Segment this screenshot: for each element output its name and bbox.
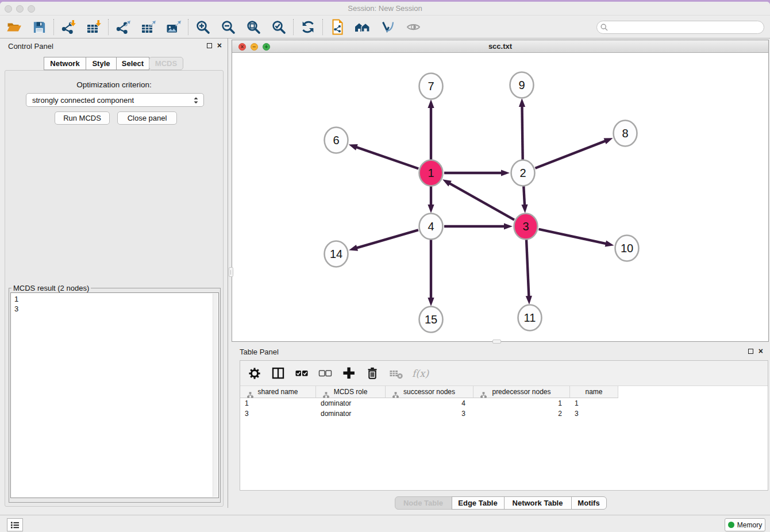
column-header-predecessor-nodes[interactable]: predecessor nodes [473, 386, 570, 398]
open-session-button[interactable] [1, 17, 26, 37]
split-pane-grip-horizontal[interactable] [492, 340, 501, 344]
cell-name[interactable]: 1 [570, 398, 618, 408]
node-6[interactable]: 6 [325, 128, 348, 153]
toolbar-separator [53, 19, 54, 35]
search-input[interactable] [596, 21, 764, 34]
unselect-all-columns-button[interactable] [318, 366, 333, 381]
result-scrollbar[interactable] [213, 294, 218, 497]
node-2[interactable]: 2 [511, 160, 535, 186]
apply-layout-button[interactable] [295, 17, 321, 37]
tab-network-table[interactable]: Network Table [504, 496, 572, 510]
tab-motifs[interactable]: Motifs [571, 496, 607, 510]
add-column-button[interactable] [341, 366, 356, 381]
edge-4-14[interactable] [349, 230, 418, 250]
node-10[interactable]: 10 [615, 236, 639, 261]
column-header-successor-nodes[interactable]: successor nodes [386, 386, 473, 398]
column-header-MCDS-role[interactable]: MCDS role [316, 386, 386, 398]
mcds-result-list[interactable]: 1 3 [10, 292, 219, 498]
cell-shared-name[interactable]: 1 [240, 398, 316, 408]
edge-1-2[interactable] [444, 169, 510, 176]
edge-1-6[interactable] [349, 144, 419, 168]
run-mcds-button[interactable]: Run MCDS [55, 111, 110, 125]
home-button[interactable] [350, 17, 375, 37]
save-session-button[interactable] [26, 17, 52, 37]
toolbar-separator [322, 19, 323, 35]
node-9[interactable]: 9 [510, 72, 534, 98]
edge-4-3[interactable] [444, 223, 513, 229]
cell-shared-name[interactable]: 3 [240, 408, 316, 419]
criterion-dropdown[interactable]: strongly connected component [26, 93, 204, 107]
import-table-button[interactable] [81, 17, 106, 37]
cell-predecessor-nodes[interactable]: 1 [473, 398, 570, 408]
float-table-panel-icon[interactable] [748, 349, 753, 354]
tab-select[interactable]: Select [116, 57, 149, 70]
destroy-table-button[interactable] [388, 366, 403, 381]
close-panel-icon[interactable]: × [217, 43, 222, 48]
task-history-button[interactable] [7, 518, 23, 531]
edge-3-10[interactable] [538, 229, 614, 247]
node-11[interactable]: 11 [518, 305, 542, 331]
tab-network[interactable]: Network [44, 57, 86, 70]
cell-name[interactable]: 3 [570, 408, 618, 419]
split-columns-button[interactable] [271, 366, 286, 381]
show-hide-button[interactable] [401, 17, 426, 37]
close-panel-button[interactable]: Close panel [117, 111, 177, 125]
export-network-button[interactable] [110, 17, 136, 37]
edge-1-4[interactable] [428, 186, 434, 213]
edge-2-8[interactable] [535, 138, 613, 168]
tab-node-table[interactable]: Node Table [395, 496, 452, 510]
node-table-container: f(x) shared nameMCDS rolesuccessor nodes… [240, 360, 768, 491]
edge-3-1[interactable] [442, 179, 514, 219]
zoom-in-button[interactable] [190, 17, 215, 37]
cell-successor-nodes[interactable]: 4 [386, 398, 473, 408]
show-graphics-details-button[interactable] [375, 17, 401, 37]
column-header-name[interactable]: name [570, 386, 618, 398]
node-4[interactable]: 4 [419, 214, 443, 240]
zoom-fit-button[interactable] [241, 17, 266, 37]
edge-2-3[interactable] [521, 186, 528, 213]
network-from-file-button[interactable] [325, 17, 350, 37]
select-all-columns-button[interactable] [294, 366, 309, 381]
export-table-button[interactable] [136, 17, 161, 37]
column-header-shared-name[interactable]: shared name [240, 386, 316, 398]
node-3[interactable]: 3 [514, 214, 538, 240]
delete-column-button[interactable] [365, 366, 380, 381]
edge-2-9[interactable] [519, 98, 525, 160]
import-network-icon [60, 20, 76, 35]
tab-edge-table[interactable]: Edge Table [452, 496, 505, 510]
node-8[interactable]: 8 [614, 121, 637, 147]
edge-4-15[interactable] [428, 240, 434, 306]
node-7[interactable]: 7 [419, 74, 443, 99]
export-table-icon [140, 20, 156, 35]
zoom-out-button[interactable] [215, 17, 241, 37]
network-window-titlebar[interactable]: × − + scc.txt [232, 40, 768, 53]
home-icon [354, 20, 371, 34]
cell-successor-nodes[interactable]: 3 [386, 408, 473, 419]
node-15[interactable]: 15 [419, 307, 443, 333]
edge-1-7[interactable] [428, 99, 434, 160]
import-network-button[interactable] [56, 17, 81, 37]
zoom-selected-button[interactable] [266, 17, 291, 37]
cell-predecessor-nodes[interactable]: 2 [473, 408, 570, 419]
memory-button[interactable]: Memory [725, 518, 765, 531]
edge-3-11[interactable] [526, 240, 532, 304]
network-canvas[interactable]: 7968124314101511 [232, 53, 768, 341]
split-pane-grip-vertical[interactable] [229, 267, 233, 277]
table-row[interactable]: 1dominator411 [240, 398, 768, 408]
node-1[interactable]: 1 [419, 160, 443, 186]
export-image-button[interactable] [161, 17, 186, 37]
close-table-panel-icon[interactable]: × [759, 348, 763, 354]
split-columns-icon [271, 366, 285, 380]
node-14[interactable]: 14 [325, 241, 348, 267]
unselect-all-columns-icon [318, 367, 332, 380]
destroy-table-icon [389, 367, 403, 380]
function-builder-button[interactable]: f(x) [412, 366, 429, 381]
table-row[interactable]: 3dominator323 [240, 408, 768, 419]
float-panel-icon[interactable] [207, 43, 212, 48]
tab-mcds[interactable]: MCDS [149, 57, 183, 70]
cell-MCDS-role[interactable]: dominator [316, 398, 386, 408]
cell-MCDS-role[interactable]: dominator [316, 408, 386, 419]
tab-style[interactable]: Style [86, 57, 117, 70]
apply-layout-icon [301, 20, 315, 34]
table-settings-button[interactable] [247, 366, 262, 381]
